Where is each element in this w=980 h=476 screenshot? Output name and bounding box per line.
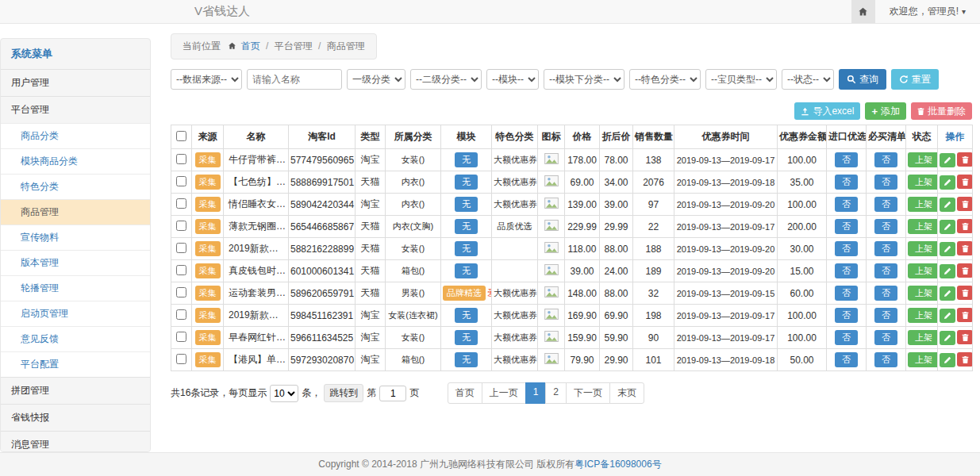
filter-select-2[interactable]: --模块-- (486, 69, 539, 90)
reset-button[interactable]: 重置 (891, 69, 939, 90)
edit-button[interactable] (940, 220, 955, 234)
import-toggle-button[interactable]: 否 (835, 308, 858, 323)
page-button-2[interactable]: 1 (525, 382, 547, 404)
delete-button[interactable] (957, 330, 973, 344)
batch-delete-button[interactable]: 批量删除 (911, 102, 972, 120)
page-button-0[interactable]: 首页 (448, 382, 482, 404)
sidebar-item-10[interactable]: 意见反馈 (1, 326, 150, 351)
edit-button[interactable] (940, 286, 955, 301)
delete-button[interactable] (957, 263, 973, 278)
must-buy-toggle-button[interactable]: 否 (874, 219, 897, 234)
row-checkbox[interactable] (176, 287, 186, 298)
must-buy-toggle-button[interactable]: 否 (874, 152, 897, 167)
row-checkbox[interactable] (176, 221, 186, 231)
must-buy-toggle-button[interactable]: 否 (874, 286, 897, 301)
edit-button[interactable] (940, 353, 955, 367)
status-button[interactable]: 上架 (908, 263, 938, 278)
must-buy-toggle-button[interactable]: 否 (874, 241, 897, 256)
status-button[interactable]: 上架 (908, 308, 938, 323)
edit-button[interactable] (940, 242, 955, 256)
name-search-input[interactable] (247, 69, 342, 90)
page-button-1[interactable]: 上一页 (482, 382, 526, 404)
page-button-4[interactable]: 下一页 (566, 382, 610, 404)
data-source-select[interactable]: --数据来源-- (171, 69, 242, 90)
must-buy-toggle-button[interactable]: 否 (874, 352, 897, 367)
edit-button[interactable] (940, 198, 955, 212)
import-toggle-button[interactable]: 否 (835, 152, 858, 167)
module-none-badge[interactable]: 无 (455, 219, 478, 234)
status-button[interactable]: 上架 (908, 286, 938, 301)
module-none-badge[interactable]: 无 (455, 197, 478, 212)
module-none-badge[interactable]: 无 (455, 308, 478, 323)
filter-select-3[interactable]: --模块下分类-- (544, 69, 625, 90)
module-none-badge[interactable]: 无 (455, 263, 478, 278)
delete-button[interactable] (957, 286, 973, 300)
sidebar-item-9[interactable]: 启动页管理 (1, 301, 150, 326)
status-button[interactable]: 上架 (908, 219, 938, 234)
sidebar-item-12[interactable]: 拼团管理 (1, 377, 150, 404)
sidebar-item-5[interactable]: 商品管理 (1, 199, 150, 225)
status-button[interactable]: 上架 (908, 197, 938, 212)
import-toggle-button[interactable]: 否 (835, 219, 858, 234)
sidebar-item-7[interactable]: 版本管理 (1, 250, 150, 275)
row-checkbox[interactable] (176, 154, 186, 164)
import-toggle-button[interactable]: 否 (835, 352, 858, 367)
module-none-badge[interactable]: 无 (455, 241, 478, 256)
status-button[interactable]: 上架 (908, 152, 938, 167)
import-excel-button[interactable]: 导入excel (794, 102, 860, 120)
sidebar-item-3[interactable]: 模块商品分类 (1, 148, 150, 174)
filter-select-6[interactable]: --状态-- (782, 69, 834, 90)
delete-button[interactable] (957, 175, 973, 189)
delete-button[interactable] (957, 219, 973, 233)
search-button[interactable]: 查询 (839, 69, 886, 90)
import-toggle-button[interactable]: 否 (835, 241, 858, 256)
delete-button[interactable] (957, 197, 973, 211)
select-all-checkbox[interactable] (176, 131, 186, 141)
user-menu[interactable]: 欢迎您，管理员! ▾ (875, 5, 980, 18)
filter-select-1[interactable]: --二级分类-- (410, 69, 482, 90)
icp-link[interactable]: 粤ICP备16098006号 (575, 458, 661, 471)
must-buy-toggle-button[interactable]: 否 (874, 197, 897, 212)
row-checkbox[interactable] (176, 176, 186, 186)
sidebar-item-13[interactable]: 省钱快报 (1, 404, 150, 431)
sidebar-item-2[interactable]: 商品分类 (1, 123, 150, 148)
delete-button[interactable] (957, 308, 973, 322)
must-buy-toggle-button[interactable]: 否 (874, 175, 897, 190)
sidebar-item-1[interactable]: 平台管理 (1, 96, 150, 123)
add-button[interactable]: + 添加 (865, 102, 906, 120)
page-button-5[interactable]: 末页 (609, 382, 644, 404)
module-none-badge[interactable]: 无 (455, 352, 478, 367)
page-button-3[interactable]: 2 (545, 382, 567, 404)
home-button[interactable] (851, 0, 875, 23)
sidebar-item-8[interactable]: 轮播管理 (1, 275, 150, 301)
module-none-badge[interactable]: 无 (455, 152, 478, 167)
status-button[interactable]: 上架 (908, 175, 938, 190)
row-checkbox[interactable] (176, 354, 186, 364)
page-number-input[interactable] (379, 386, 406, 401)
import-toggle-button[interactable]: 否 (835, 197, 858, 212)
edit-button[interactable] (940, 264, 955, 278)
delete-button[interactable] (957, 352, 973, 367)
row-checkbox[interactable] (176, 332, 186, 342)
per-page-select[interactable]: 10 (270, 385, 298, 402)
filter-select-5[interactable]: --宝贝类型-- (705, 69, 777, 90)
sidebar-item-6[interactable]: 宣传物料 (1, 225, 150, 250)
must-buy-toggle-button[interactable]: 否 (874, 308, 897, 323)
delete-button[interactable] (957, 152, 973, 167)
import-toggle-button[interactable]: 否 (835, 286, 858, 301)
filter-select-0[interactable]: 一级分类 (347, 69, 405, 90)
delete-button[interactable] (957, 241, 973, 255)
breadcrumb-home-link[interactable]: 首页 (241, 40, 260, 52)
module-none-badge[interactable]: 无 (455, 330, 478, 345)
row-checkbox[interactable] (176, 198, 186, 209)
import-toggle-button[interactable]: 否 (835, 175, 858, 190)
edit-button[interactable] (940, 309, 955, 323)
status-button[interactable]: 上架 (908, 241, 938, 256)
status-button[interactable]: 上架 (908, 352, 938, 367)
sidebar-item-4[interactable]: 特色分类 (1, 174, 150, 199)
sidebar-item-14[interactable]: 消息管理 (1, 431, 150, 452)
filter-select-4[interactable]: --特色分类-- (629, 69, 701, 90)
row-checkbox[interactable] (176, 243, 186, 253)
must-buy-toggle-button[interactable]: 否 (874, 263, 897, 278)
row-checkbox[interactable] (176, 309, 186, 320)
